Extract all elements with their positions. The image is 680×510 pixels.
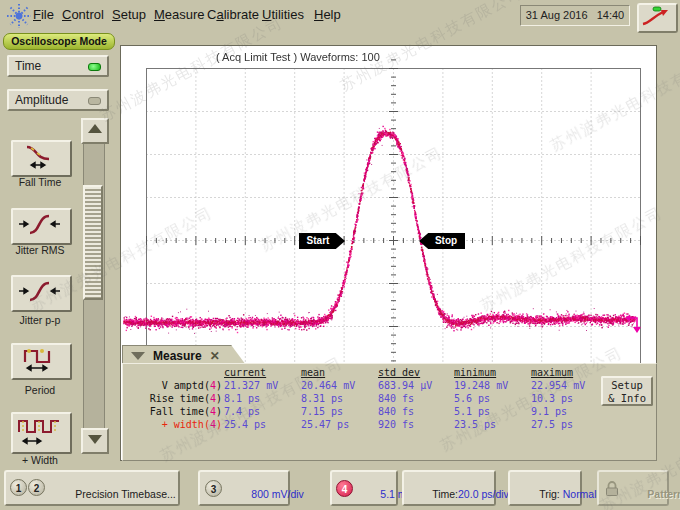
stop-marker-flag[interactable]: Stop	[419, 233, 465, 249]
amplitude-mode-button[interactable]: Amplitude	[7, 89, 109, 111]
jitter-rms-icon	[13, 210, 66, 239]
channel-1-badge: 1	[10, 479, 27, 496]
measure-row-fall-time: Fall time(4) 7.4 ps 7.15 ps 840 fs 5.1 p…	[123, 406, 658, 418]
plus-width-button[interactable]	[11, 412, 72, 454]
col-std-dev: std dev	[378, 367, 420, 378]
trig-mode-value: Normal	[563, 488, 597, 500]
measure-row-vamptd: V amptd(4) 21.327 mV 20.464 mV 683.94 µV…	[123, 380, 658, 392]
time-mode-label: Time	[15, 59, 41, 73]
chevron-down-icon[interactable]	[131, 352, 145, 360]
plus-width-icon	[13, 414, 66, 448]
sidebar: Oscilloscope Mode Time Amplitude Fall Ti…	[0, 30, 116, 466]
menu-control[interactable]: Control	[62, 7, 104, 22]
status-bar: 1 2 Precision Timebase... Reference: 22.…	[0, 465, 680, 510]
col-mean: mean	[301, 367, 325, 378]
start-marker-flag[interactable]: Start	[299, 233, 345, 249]
datetime-display: 31 Aug 2016 14:40	[520, 5, 630, 26]
channel-2-badge: 2	[28, 479, 45, 496]
triangle-up-icon	[88, 124, 102, 133]
time-led-on-icon	[88, 63, 101, 71]
measure-table: current mean std dev minimum maximum V a…	[122, 363, 657, 461]
jitter-rms-label: Jitter RMS	[0, 244, 80, 256]
channel-4-badge: 4	[336, 480, 353, 497]
trigger-status-button[interactable]: Trig: Normal -528 mV	[508, 470, 582, 506]
close-icon[interactable]: ✕	[210, 349, 220, 363]
agilent-logo-icon	[6, 3, 32, 29]
menu-measure[interactable]: Measure	[154, 7, 205, 22]
run-button[interactable]	[637, 3, 678, 33]
measure-tab-label: Measure	[153, 349, 202, 363]
scroll-up-button[interactable]	[81, 118, 109, 144]
trig-label: Trig:	[539, 488, 560, 500]
col-minimum: minimum	[454, 367, 496, 378]
measure-row-rise-time: Rise time(4) 8.1 ps 8.31 ps 840 fs 5.6 p…	[123, 393, 658, 405]
period-button[interactable]	[11, 343, 72, 380]
menu-utilities[interactable]: Utilities	[262, 7, 304, 22]
pattern-lock-line1: Pattern	[647, 488, 680, 500]
jitter-pp-button[interactable]	[11, 275, 72, 312]
pattern-lock-button[interactable]: Pattern Lock	[597, 470, 669, 506]
timebase-line1: Precision Timebase...	[75, 488, 175, 500]
menu-file[interactable]: File	[33, 7, 54, 22]
channel-3-badge: 3	[205, 480, 222, 497]
scroll-down-button[interactable]	[81, 428, 109, 454]
menu-setup[interactable]: Setup	[112, 7, 146, 22]
time-value: 20.0 ps/div	[458, 488, 509, 500]
fall-time-icon	[13, 142, 66, 171]
channel4-status-button[interactable]: 4 5.1 mV/div 10.9 mV	[330, 470, 398, 506]
period-icon	[13, 345, 66, 374]
ch3-scale-value: 800 mV/div	[251, 488, 304, 500]
sidebar-scrollbar-thumb[interactable]	[83, 185, 103, 300]
time-label: Time:	[432, 488, 458, 500]
col-maximum: maximum	[531, 367, 573, 378]
triangle-down-icon	[88, 435, 102, 444]
time-mode-button[interactable]: Time	[7, 55, 109, 77]
period-label: Period	[0, 384, 80, 396]
measure-panel: Measure ✕ current mean std dev minimum m…	[122, 345, 657, 461]
fall-time-label: Fall Time	[0, 176, 80, 188]
measure-tab[interactable]: Measure ✕	[122, 345, 246, 365]
run-waveform-icon	[639, 5, 672, 27]
lock-icon	[604, 480, 620, 497]
amplitude-led-off-icon	[88, 97, 101, 105]
timebase-status-button[interactable]: 1 2 Precision Timebase... Reference: 22.…	[4, 470, 180, 506]
amplitude-mode-label: Amplitude	[15, 93, 68, 107]
menu-help[interactable]: Help	[314, 7, 341, 22]
oscilloscope-mode-header: Oscilloscope Mode	[3, 33, 115, 50]
jitter-rms-button[interactable]	[11, 208, 72, 245]
measure-row-plus-width: + width(4) 25.4 ps 25.47 ps 920 fs 23.5 …	[123, 419, 658, 431]
menu-bar: File Control Setup Measure Calibrate Uti…	[0, 0, 680, 30]
setup-info-line1: Setup	[603, 379, 651, 392]
menu-calibrate[interactable]: Calibrate	[207, 7, 259, 22]
time-delay-status-button[interactable]: Time:20.0 ps/div Delay:24.3115 ns	[402, 470, 496, 506]
jitter-pp-icon	[13, 277, 66, 306]
acquisition-status-text: ( Acq Limit Test ) Waveforms: 100	[216, 51, 380, 63]
channel3-status-button[interactable]: 3 800 mV/div -2.000 V	[198, 470, 290, 506]
col-current: current	[224, 367, 266, 378]
fall-time-button[interactable]	[11, 140, 72, 177]
oscilloscope-screen: File Control Setup Measure Calibrate Uti…	[0, 0, 680, 510]
setup-info-line2: & Info	[603, 392, 651, 405]
jitter-pp-label: Jitter p-p	[0, 314, 80, 326]
setup-info-button[interactable]: Setup & Info	[601, 376, 653, 406]
